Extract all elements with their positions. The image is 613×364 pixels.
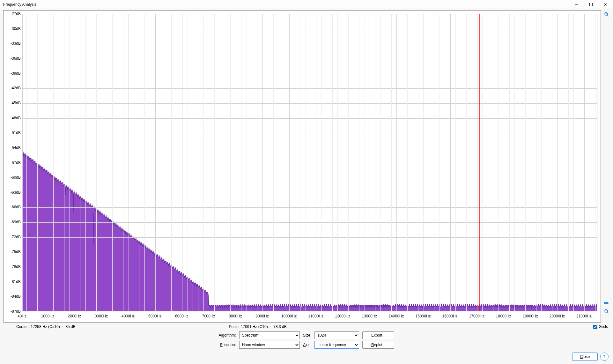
y-tick: -87dB (4, 309, 21, 314)
cursor-line (479, 14, 480, 311)
y-tick: -69dB (4, 220, 21, 224)
x-tick: 15000Hz (415, 314, 431, 318)
grids-toggle[interactable]: Grids (593, 324, 608, 329)
cursor-label: Cursor: (16, 324, 29, 329)
y-tick: -51dB (4, 130, 21, 135)
x-tick: 11000Hz (308, 314, 323, 318)
grids-checkbox[interactable] (593, 325, 597, 329)
x-tick: 20000Hz (550, 314, 565, 318)
replot-button[interactable]: Replot... (362, 341, 394, 349)
window-title: Frequency Analysis (0, 2, 36, 7)
dialog-buttons: Close ? (2, 351, 611, 362)
maximize-icon (589, 3, 593, 6)
x-tick: 3000Hz (95, 314, 108, 318)
spectrum-plot[interactable]: -27dB-30dB-33dB-36dB-39dB-42dB-45dB-48dB… (3, 10, 601, 323)
axis-select[interactable]: Linear frequency (314, 341, 359, 349)
axis-label: Axis: (303, 343, 312, 347)
help-icon: ? (603, 354, 606, 359)
svg-rect-0 (590, 3, 593, 6)
x-tick: 8000Hz (229, 314, 242, 318)
y-tick: -42dB (4, 86, 21, 90)
y-tick: -66dB (4, 205, 21, 209)
y-tick: -75dB (4, 249, 21, 254)
help-button[interactable]: ? (600, 353, 609, 361)
peak-label: Peak: (229, 324, 239, 329)
x-tick: 7000Hz (202, 314, 215, 318)
y-tick: -33dB (4, 41, 21, 46)
x-tick: 13000Hz (362, 314, 377, 318)
export-button[interactable]: Export... (362, 331, 394, 339)
plot-tools (602, 9, 611, 323)
zoom-in-button[interactable] (603, 11, 610, 18)
zoom-out-button[interactable] (603, 308, 610, 315)
close-button[interactable]: Close (572, 353, 598, 361)
x-tick: 16000Hz (442, 314, 458, 318)
zoom-in-icon (604, 11, 609, 17)
y-tick: -36dB (4, 56, 21, 61)
x-tick: 9000Hz (255, 314, 269, 318)
tag-button[interactable] (603, 300, 610, 307)
y-tick: -60dB (4, 175, 21, 180)
x-tick: 17000Hz (469, 314, 484, 318)
y-tick: -81dB (4, 279, 21, 284)
x-tick: 21000Hz (576, 314, 592, 318)
algorithm-select[interactable]: Spectrum (239, 331, 300, 339)
zoom-out-icon (604, 308, 609, 314)
x-tick: 10000Hz (281, 314, 297, 318)
close-window-button[interactable] (598, 0, 613, 9)
y-tick: -72dB (4, 235, 21, 239)
minimize-button[interactable] (569, 0, 584, 9)
y-tick: -54dB (4, 145, 21, 150)
controls-grid: Algorithm: Spectrum Size: 1024 Export...… (2, 330, 611, 351)
info-row: Cursor: 17258 Hz (C#10) = -85 dB Peak: 1… (2, 323, 611, 330)
x-tick: 1000Hz (41, 314, 54, 318)
close-icon (604, 3, 607, 6)
y-tick: -57dB (4, 160, 21, 165)
algorithm-label: Algorithm: (219, 333, 236, 338)
x-tick: 4000Hz (122, 314, 135, 318)
titlebar: Frequency Analysis (0, 0, 613, 9)
y-tick: -48dB (4, 116, 21, 120)
grids-label: Grids (599, 324, 608, 329)
y-tick: -39dB (4, 71, 21, 76)
x-tick: 43Hz (18, 314, 26, 318)
x-tick: 18000Hz (496, 314, 511, 318)
size-label: Size: (303, 333, 312, 338)
x-tick: 6000Hz (175, 314, 188, 318)
maximize-button[interactable] (584, 0, 598, 9)
y-tick: -63dB (4, 190, 21, 195)
y-tick: -45dB (4, 101, 21, 105)
function-label: Function: (219, 343, 236, 347)
x-tick: 12000Hz (335, 314, 350, 318)
y-tick: -84dB (4, 294, 21, 299)
y-tick: -78dB (4, 264, 21, 269)
x-tick: 2000Hz (68, 314, 81, 318)
peak-value: 17091 Hz (C10) = -78.3 dB (241, 324, 287, 329)
y-tick: -27dB (4, 11, 21, 16)
size-select[interactable]: 1024 (314, 331, 359, 339)
y-tick: -30dB (4, 26, 21, 31)
minimize-icon (575, 3, 578, 6)
function-select[interactable]: Hann window (239, 341, 300, 349)
tag-icon (604, 300, 609, 306)
x-tick: 19000Hz (523, 314, 538, 318)
x-tick: 5000Hz (148, 314, 161, 318)
x-tick: 14000Hz (388, 314, 404, 318)
cursor-value: 17258 Hz (C#10) = -85 dB (31, 324, 75, 329)
